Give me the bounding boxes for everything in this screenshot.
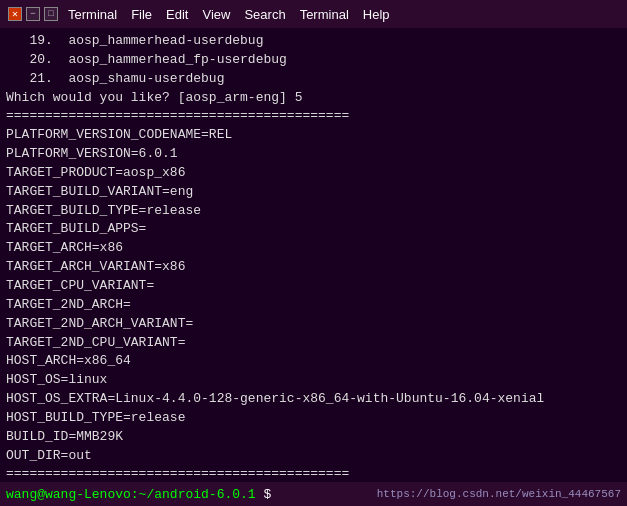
terminal-line: TARGET_ARCH_VARIANT=x86 [6, 258, 621, 277]
terminal-line: TARGET_2ND_CPU_VARIANT= [6, 334, 621, 353]
terminal-line: 19. aosp_hammerhead-userdebug [6, 32, 621, 51]
terminal-line: PLATFORM_VERSION=6.0.1 [6, 145, 621, 164]
menu-search[interactable]: Search [244, 7, 285, 22]
terminal-line: PLATFORM_VERSION_CODENAME=REL [6, 126, 621, 145]
terminal-line: TARGET_BUILD_VARIANT=eng [6, 183, 621, 202]
terminal-line: TARGET_CPU_VARIANT= [6, 277, 621, 296]
terminal-line: TARGET_ARCH=x86 [6, 239, 621, 258]
title-bar: ✕ − □ Terminal File Edit View Search Ter… [0, 0, 627, 28]
terminal-line: HOST_OS=linux [6, 371, 621, 390]
menu-terminal2[interactable]: Terminal [300, 7, 349, 22]
prompt-dollar: $ [256, 487, 279, 502]
terminal-body: 19. aosp_hammerhead-userdebug 20. aosp_h… [0, 28, 627, 482]
terminal-line: Which would you like? [aosp_arm-eng] 5 [6, 89, 621, 108]
terminal-line: HOST_OS_EXTRA=Linux-4.4.0-128-generic-x8… [6, 390, 621, 409]
terminal-line: TARGET_2ND_ARCH_VARIANT= [6, 315, 621, 334]
terminal-line: HOST_ARCH=x86_64 [6, 352, 621, 371]
terminal-line: HOST_BUILD_TYPE=release [6, 409, 621, 428]
terminal-line: 20. aosp_hammerhead_fp-userdebug [6, 51, 621, 70]
terminal-line: BUILD_ID=MMB29K [6, 428, 621, 447]
terminal-line: ========================================… [6, 465, 621, 482]
terminal-line: 21. aosp_shamu-userdebug [6, 70, 621, 89]
prompt-user-host: wang@wang-Lenovo:~/android-6.0.1 [6, 487, 256, 502]
watermark: https://blog.csdn.net/weixin_44467567 [377, 488, 621, 500]
menu-view[interactable]: View [202, 7, 230, 22]
menu-bar: Terminal File Edit View Search Terminal … [68, 7, 390, 22]
terminal-line: OUT_DIR=out [6, 447, 621, 466]
maximize-button[interactable]: □ [44, 7, 58, 21]
terminal-line: TARGET_BUILD_APPS= [6, 220, 621, 239]
terminal-line: ========================================… [6, 107, 621, 126]
menu-file[interactable]: File [131, 7, 152, 22]
menu-terminal1[interactable]: Terminal [68, 7, 117, 22]
menu-edit[interactable]: Edit [166, 7, 188, 22]
prompt-bar[interactable]: wang@wang-Lenovo:~/android-6.0.1 $ https… [0, 482, 627, 506]
terminal-line: TARGET_BUILD_TYPE=release [6, 202, 621, 221]
terminal-line: TARGET_PRODUCT=aosp_x86 [6, 164, 621, 183]
menu-help[interactable]: Help [363, 7, 390, 22]
terminal-line: TARGET_2ND_ARCH= [6, 296, 621, 315]
minimize-button[interactable]: − [26, 7, 40, 21]
close-button[interactable]: ✕ [8, 7, 22, 21]
